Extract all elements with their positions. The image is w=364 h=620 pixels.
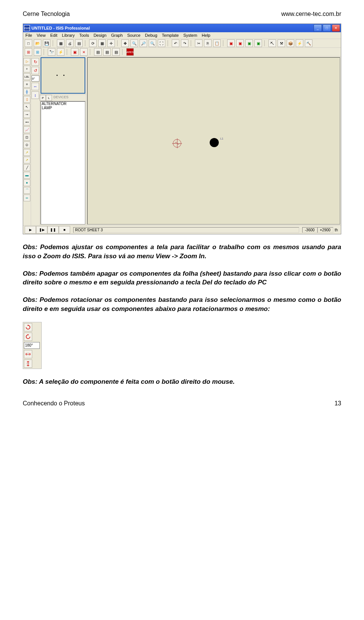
line-icon[interactable]: ╱: [24, 164, 30, 171]
menu-source[interactable]: Source: [127, 33, 141, 38]
p-button[interactable]: P: [40, 95, 46, 101]
netlist-icon[interactable]: ⊞: [34, 48, 41, 56]
left-tool-palette: ▷ + LBL ≡ ╫ ▯ ↖ ⊸ ⊷ 📈 ⊡ ⊙ ↗ ↗ ╱ ▬ ● ⌒ ∞: [23, 57, 31, 225]
footer-page: 13: [334, 400, 341, 407]
app-icon: ISIS: [24, 25, 30, 31]
probe-v-icon[interactable]: ↗: [24, 149, 30, 156]
circle-icon[interactable]: ●: [24, 179, 30, 186]
block-move-icon[interactable]: ▣: [236, 39, 244, 47]
box-icon[interactable]: ▬: [24, 172, 30, 179]
print-icon[interactable]: 🖨: [66, 39, 74, 47]
open-file-icon[interactable]: 📂: [34, 39, 41, 47]
make-icon[interactable]: ⚒: [278, 39, 285, 47]
pin-icon[interactable]: ⊷: [24, 119, 30, 126]
origin-icon[interactable]: ✛: [107, 39, 115, 47]
stop-button[interactable]: ■: [59, 226, 70, 234]
bus-icon[interactable]: ╫: [24, 88, 30, 95]
redo-icon[interactable]: ↷: [181, 39, 188, 47]
component-mode-icon[interactable]: ▷: [24, 58, 30, 65]
block-delete-icon[interactable]: ▣: [254, 39, 262, 47]
minimize-button[interactable]: _: [314, 24, 322, 32]
sheet-icon[interactable]: ▤: [75, 39, 83, 47]
close-button[interactable]: ✕: [332, 24, 340, 32]
pick-icon[interactable]: ⛏: [268, 39, 276, 47]
subcircuit-icon[interactable]: ▯: [24, 96, 30, 103]
mirror-y-icon[interactable]: [24, 359, 32, 368]
pan-icon[interactable]: ✥: [121, 39, 129, 47]
zoom-in-icon[interactable]: 🔍: [130, 39, 138, 47]
maximize-button[interactable]: □: [323, 24, 331, 32]
rotate-ccw-icon[interactable]: ↺: [31, 67, 39, 74]
package-icon[interactable]: 📦: [287, 39, 294, 47]
ares-icon[interactable]: ARES: [126, 48, 134, 56]
pause-button[interactable]: ❚❚: [47, 226, 59, 234]
label-icon[interactable]: LBL: [24, 73, 30, 80]
sine-icon: [175, 142, 179, 145]
report1-icon[interactable]: ▤: [94, 48, 102, 56]
list-item[interactable]: LAMP: [41, 106, 85, 110]
zoom-area-icon[interactable]: ⛶: [158, 39, 165, 47]
report2-icon[interactable]: ▤: [103, 48, 111, 56]
rotation-degrees[interactable]: 0°: [31, 75, 39, 82]
menu-help[interactable]: Help: [202, 33, 210, 38]
menu-debug[interactable]: Debug: [145, 33, 157, 38]
menu-system[interactable]: System: [183, 33, 197, 38]
hammer-icon[interactable]: 🔨: [305, 39, 312, 47]
decompose-icon[interactable]: ⚡: [296, 39, 303, 47]
rotation-degrees-field[interactable]: 180°: [24, 342, 40, 349]
step-button[interactable]: ❚▶: [36, 226, 47, 234]
rotate-cw-icon[interactable]: [24, 323, 32, 331]
zoom-all-icon[interactable]: 🔍: [149, 39, 156, 47]
menu-design[interactable]: Design: [94, 33, 107, 38]
mirror-x-icon[interactable]: [24, 350, 32, 358]
report3-icon[interactable]: ▤: [112, 48, 120, 56]
path-icon[interactable]: ∞: [24, 195, 30, 201]
electrical-icon[interactable]: ✕: [80, 48, 88, 56]
menu-edit[interactable]: Edit: [50, 33, 57, 38]
block-rotate-icon[interactable]: ▣: [245, 39, 253, 47]
graph-icon[interactable]: 📈: [24, 126, 30, 133]
terminal-icon[interactable]: ⊸: [24, 111, 30, 118]
l-button[interactable]: L: [46, 95, 52, 101]
copy-icon[interactable]: ⎘: [204, 39, 212, 47]
editing-canvas[interactable]: L1: [87, 57, 340, 224]
paste-icon[interactable]: 📋: [213, 39, 221, 47]
menu-tools[interactable]: Tools: [79, 33, 89, 38]
save-icon[interactable]: 💾: [43, 39, 50, 47]
alternator-component[interactable]: [173, 139, 181, 148]
binoculars-icon[interactable]: 🔭: [48, 48, 55, 56]
header-left: Cerne Tecnologia: [23, 11, 70, 17]
cut-icon[interactable]: ✂: [195, 39, 202, 47]
junction-icon[interactable]: +: [24, 66, 30, 72]
area-icon[interactable]: ▦: [57, 39, 64, 47]
selection-icon[interactable]: ↖: [24, 104, 30, 110]
generator-icon[interactable]: ⊙: [24, 141, 30, 148]
zoom-out-icon[interactable]: 🔎: [140, 39, 147, 47]
mirror-x-icon[interactable]: ↔: [31, 83, 39, 90]
refresh-icon[interactable]: ⟳: [89, 39, 97, 47]
menu-template[interactable]: Template: [162, 33, 179, 38]
menu-view[interactable]: View: [37, 33, 46, 38]
parts-list[interactable]: ALTERNATOR LAMP: [41, 101, 85, 224]
list-item[interactable]: ALTERNATOR: [41, 102, 85, 106]
grid-icon[interactable]: ▦: [98, 39, 106, 47]
wire-tool-icon[interactable]: ⊞: [25, 48, 32, 56]
arc-icon[interactable]: ⌒: [24, 187, 30, 194]
menu-file[interactable]: File: [25, 33, 32, 38]
play-button[interactable]: ▶: [25, 226, 36, 234]
mirror-y-icon[interactable]: ↕: [31, 91, 39, 99]
menu-graph[interactable]: Graph: [111, 33, 123, 38]
undo-icon[interactable]: ↶: [172, 39, 179, 47]
erc-icon[interactable]: ⚡: [57, 48, 64, 56]
overview-window[interactable]: [41, 57, 85, 94]
new-file-icon[interactable]: □: [25, 39, 32, 47]
probe-i-icon[interactable]: ↗: [24, 157, 30, 163]
bill-icon[interactable]: ▣: [71, 48, 78, 56]
rotate-ccw-icon[interactable]: [24, 333, 32, 341]
text-icon[interactable]: ≡: [24, 81, 30, 88]
block-copy-icon[interactable]: ▣: [227, 39, 235, 47]
menu-library[interactable]: Library: [62, 33, 75, 38]
tape-icon[interactable]: ⊡: [24, 134, 30, 141]
lamp-component[interactable]: L1: [210, 138, 219, 147]
rotate-cw-icon[interactable]: ↻: [31, 58, 39, 66]
